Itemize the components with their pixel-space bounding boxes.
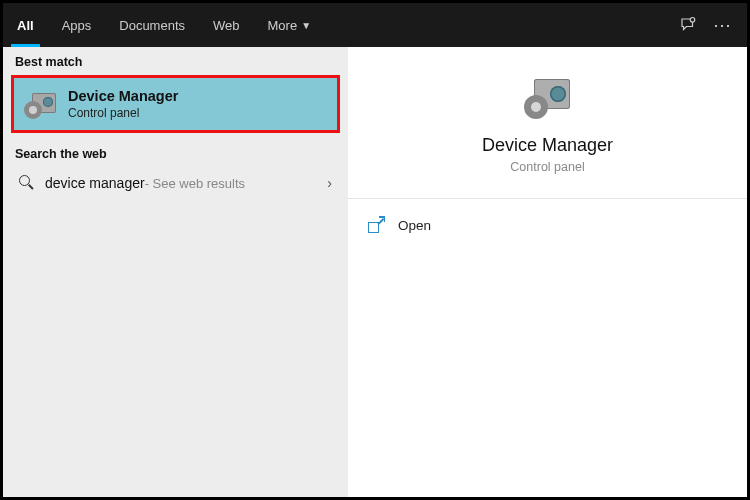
device-manager-icon — [26, 91, 56, 117]
feedback-icon[interactable] — [671, 8, 705, 42]
chevron-down-icon: ▼ — [301, 20, 311, 31]
tab-documents-label: Documents — [119, 18, 185, 33]
tab-apps-label: Apps — [62, 18, 92, 33]
best-match-heading: Best match — [3, 47, 348, 73]
search-web-heading: Search the web — [3, 139, 348, 165]
tab-web-label: Web — [213, 18, 240, 33]
actions-list: Open — [348, 199, 747, 251]
web-query: device manager — [45, 175, 145, 191]
chevron-right-icon: › — [327, 175, 332, 191]
best-match-text: Device Manager Control panel — [68, 88, 178, 120]
search-icon — [19, 175, 35, 191]
content-area: Best match Device Manager Control panel … — [3, 47, 747, 497]
preview-title: Device Manager — [482, 135, 613, 156]
tab-all-label: All — [17, 18, 34, 33]
best-match-title: Device Manager — [68, 88, 178, 104]
best-match-result[interactable]: Device Manager Control panel — [11, 75, 340, 133]
web-hint: - See web results — [145, 176, 245, 191]
tab-web[interactable]: Web — [199, 3, 254, 47]
tab-more-label: More — [268, 18, 298, 33]
tab-more[interactable]: More▼ — [254, 3, 326, 47]
tab-all[interactable]: All — [3, 3, 48, 47]
filter-tabs: All Apps Documents Web More▼ — [3, 3, 325, 47]
device-manager-large-icon — [526, 77, 570, 117]
preview-subtitle: Control panel — [510, 160, 584, 174]
open-action[interactable]: Open — [348, 207, 747, 243]
svg-point-0 — [690, 18, 695, 23]
best-match-subtitle: Control panel — [68, 106, 178, 120]
more-options-icon[interactable]: ⋯ — [705, 8, 739, 42]
preview-panel: Device Manager Control panel Open — [348, 47, 747, 497]
preview-header: Device Manager Control panel — [348, 47, 747, 199]
open-label: Open — [398, 218, 431, 233]
top-bar: All Apps Documents Web More▼ ⋯ — [3, 3, 747, 47]
open-icon — [368, 217, 384, 233]
results-panel: Best match Device Manager Control panel … — [3, 47, 348, 497]
tab-documents[interactable]: Documents — [105, 3, 199, 47]
tab-apps[interactable]: Apps — [48, 3, 106, 47]
web-search-result[interactable]: device manager - See web results › — [3, 165, 348, 201]
